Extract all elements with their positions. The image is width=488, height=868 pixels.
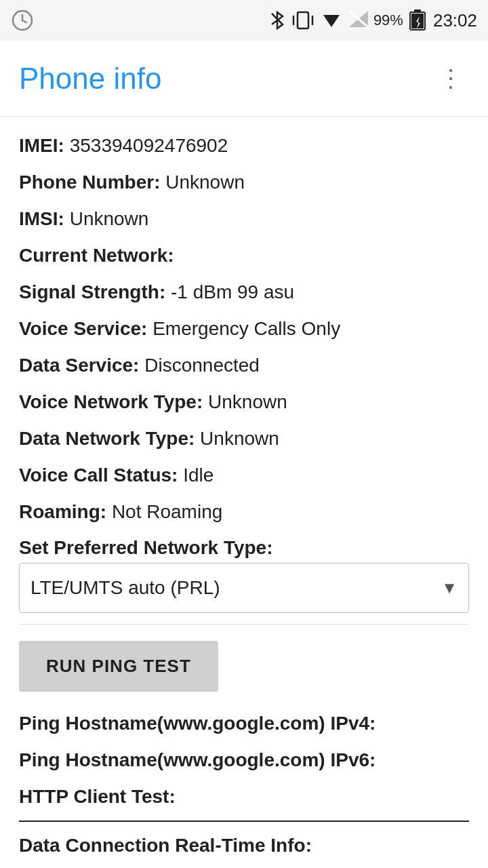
http-client-test-label: HTTP Client Test: xyxy=(19,786,176,807)
overflow-menu-button[interactable]: ⋮ xyxy=(431,60,469,98)
signal-off-icon xyxy=(349,8,368,33)
voice-service-label: Voice Service: xyxy=(19,318,147,339)
phone-number-row: Phone Number: Unknown xyxy=(19,164,469,201)
status-bar-left xyxy=(11,9,261,32)
divider-1 xyxy=(19,624,469,625)
svg-rect-10 xyxy=(414,9,421,13)
network-type-selected: LTE/UMTS auto (PRL) xyxy=(20,564,430,612)
imsi-value: Unknown xyxy=(70,208,149,229)
voice-network-type-value: Unknown xyxy=(208,391,287,412)
signal-strength-value: -1 dBm 99 asu xyxy=(171,281,294,302)
data-connection-header-label: Data Connection Real-Time Info: xyxy=(19,835,312,856)
bluetooth-icon xyxy=(268,8,287,33)
svg-marker-6 xyxy=(323,15,340,27)
imei-value: 353394092476902 xyxy=(70,135,228,156)
phone-info-content: IMEI: 353394092476902 Phone Number: Unkn… xyxy=(0,117,488,868)
run-ping-test-button[interactable]: RUN PING TEST xyxy=(19,641,218,692)
imei-label: IMEI: xyxy=(19,135,64,156)
vibrate-icon xyxy=(292,8,314,33)
ping-ipv4-row: Ping Hostname(www.google.com) IPv4: xyxy=(19,705,469,742)
network-type-dropdown[interactable]: LTE/UMTS auto (PRL) ▼ xyxy=(19,563,469,613)
status-time: 23:02 xyxy=(433,10,477,31)
voice-call-status-row: Voice Call Status: Idle xyxy=(19,457,469,494)
voice-call-status-label: Voice Call Status: xyxy=(19,465,178,486)
preferred-network-section: Set Preferred Network Type: LTE/UMTS aut… xyxy=(19,537,469,613)
signal-strength-label: Signal Strength: xyxy=(19,281,165,302)
phone-number-label: Phone Number: xyxy=(19,172,160,193)
svg-line-2 xyxy=(22,20,26,22)
status-bar: 99% 23:02 xyxy=(0,0,488,41)
battery-percentage: 99% xyxy=(373,12,403,29)
data-service-value: Disconnected xyxy=(144,355,260,376)
data-service-label: Data Service: xyxy=(19,355,139,376)
imsi-row: IMSI: Unknown xyxy=(19,201,469,237)
data-service-row: Data Service: Disconnected xyxy=(19,347,469,384)
roaming-value: Not Roaming xyxy=(112,501,222,522)
page-title: Phone info xyxy=(19,62,431,96)
message-waiting-row: Message Waiting: false xyxy=(19,864,469,868)
imsi-label: IMSI: xyxy=(19,208,64,229)
app-bar: Phone info ⋮ xyxy=(0,41,488,117)
ping-ipv6-row: Ping Hostname(www.google.com) IPv6: xyxy=(19,742,469,778)
http-client-test-row: HTTP Client Test: xyxy=(19,778,469,815)
voice-service-row: Voice Service: Emergency Calls Only xyxy=(19,311,469,347)
roaming-row: Roaming: Not Roaming xyxy=(19,494,469,530)
ping-ipv4-label: Ping Hostname(www.google.com) IPv4: xyxy=(19,713,375,734)
dropdown-arrow-icon: ▼ xyxy=(430,578,468,597)
wifi-icon xyxy=(319,8,344,33)
section-divider-1 xyxy=(19,821,469,822)
voice-network-type-row: Voice Network Type: Unknown xyxy=(19,384,469,420)
preferred-network-label: Set Preferred Network Type: xyxy=(19,537,469,559)
phone-number-value: Unknown xyxy=(165,172,245,193)
voice-call-status-value: Idle xyxy=(183,465,214,486)
overflow-menu-icon: ⋮ xyxy=(439,66,462,91)
svg-rect-3 xyxy=(298,12,308,28)
status-bar-right: 99% 23:02 xyxy=(268,8,477,33)
signal-strength-row: Signal Strength: -1 dBm 99 asu xyxy=(19,274,469,311)
data-network-type-value: Unknown xyxy=(200,428,279,449)
data-network-type-label: Data Network Type: xyxy=(19,428,195,449)
data-network-type-row: Data Network Type: Unknown xyxy=(19,420,469,457)
imei-row: IMEI: 353394092476902 xyxy=(19,127,469,164)
current-network-label: Current Network: xyxy=(19,245,174,266)
data-connection-header-row: Data Connection Real-Time Info: xyxy=(19,827,469,864)
roaming-label: Roaming: xyxy=(19,501,106,522)
clock-icon xyxy=(11,9,34,32)
voice-network-type-label: Voice Network Type: xyxy=(19,391,203,412)
voice-service-value: Emergency Calls Only xyxy=(152,318,340,339)
current-network-row: Current Network: xyxy=(19,237,469,274)
ping-ipv6-label: Ping Hostname(www.google.com) IPv6: xyxy=(19,749,375,770)
battery-icon xyxy=(409,8,428,33)
